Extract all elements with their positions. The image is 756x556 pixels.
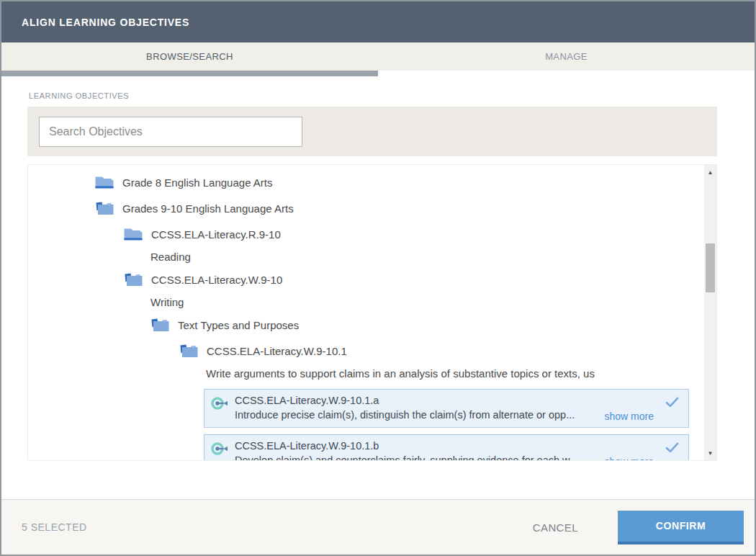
tree-text-label: Writing xyxy=(150,296,184,308)
selected-check-icon xyxy=(665,397,679,408)
tree-text-row: Reading xyxy=(28,247,704,266)
tree-text-label: Reading xyxy=(150,251,191,263)
folder-label: Grades 9-10 English Language Arts xyxy=(122,202,294,215)
objective-card[interactable]: CCSS.ELA-Literacy.W.9-10.1.bDevelop clai… xyxy=(204,434,689,460)
confirm-button[interactable]: CONFIRM xyxy=(618,511,744,544)
selected-check-icon xyxy=(665,442,679,453)
tab-manage-label: MANAGE xyxy=(545,51,588,62)
objective-target-icon xyxy=(211,396,230,411)
folder-closed-icon xyxy=(124,227,143,242)
tree-scrollbar[interactable]: ▲ ▼ xyxy=(704,165,716,460)
objective-texts: CCSS.ELA-Literacy.W.9-10.1.aIntroduce pr… xyxy=(235,395,575,421)
tree-text-row: Writing xyxy=(28,292,704,312)
scrollbar-thumb[interactable] xyxy=(706,243,715,292)
tree-folder-row[interactable]: Grade 8 English Language Arts xyxy=(28,169,704,195)
tab-bar: BROWSE/SEARCH MANAGE xyxy=(1,42,755,71)
folder-closed-icon xyxy=(95,175,114,190)
align-learning-objectives-dialog: ALIGN LEARNING OBJECTIVES BROWSE/SEARCH … xyxy=(0,0,756,556)
objective-description: Develop claim(s) and counterclaims fairl… xyxy=(235,454,578,460)
show-more-link[interactable]: show more xyxy=(605,411,654,422)
folder-open-icon xyxy=(95,201,114,216)
folder-open-icon xyxy=(124,272,143,287)
tree-text-row: Write arguments to support claims in an … xyxy=(28,364,704,383)
objective-code: CCSS.ELA-Literacy.W.9-10.1.b xyxy=(235,440,578,452)
selected-count: 5 SELECTED xyxy=(22,521,87,533)
search-objectives-input[interactable] xyxy=(39,117,302,147)
tree-text-label: Write arguments to support claims in an … xyxy=(206,367,595,380)
scroll-down-arrow-icon[interactable]: ▼ xyxy=(704,447,716,459)
folder-label: CCSS.ELA-Literacy.W.9-10.1 xyxy=(207,345,347,357)
dialog-header: ALIGN LEARNING OBJECTIVES xyxy=(1,1,755,42)
tree-folder-row[interactable]: CCSS.ELA-Literacy.W.9-10.1 xyxy=(28,338,704,364)
tree-folder-row[interactable]: Text Types and Purposes xyxy=(28,312,704,338)
tab-indicator-row xyxy=(1,71,755,76)
active-tab-indicator xyxy=(1,71,378,76)
scroll-up-arrow-icon[interactable]: ▲ xyxy=(704,166,716,178)
objectives-tree: Grade 8 English Language ArtsGrades 9-10… xyxy=(28,165,704,460)
dialog-title: ALIGN LEARNING OBJECTIVES xyxy=(22,17,189,28)
tree-folder-row[interactable]: CCSS.ELA-Literacy.W.9-10 xyxy=(28,266,704,292)
tree-folder-row[interactable]: Grades 9-10 English Language Arts xyxy=(28,195,704,221)
objective-texts: CCSS.ELA-Literacy.W.9-10.1.bDevelop clai… xyxy=(235,440,578,460)
objective-card[interactable]: CCSS.ELA-Literacy.W.9-10.1.aIntroduce pr… xyxy=(204,389,689,428)
learning-objectives-label: LEARNING OBJECTIVES xyxy=(29,91,755,100)
tab-browse-search-label: BROWSE/SEARCH xyxy=(146,51,233,62)
folder-open-icon xyxy=(179,344,198,359)
folder-label: Text Types and Purposes xyxy=(178,319,299,331)
objective-target-icon xyxy=(211,441,230,456)
search-panel xyxy=(27,107,717,156)
tree-folder-row[interactable]: CCSS.ELA-Literacy.R.9-10 xyxy=(28,221,704,247)
objective-description: Introduce precise claim(s), distinguish … xyxy=(235,409,575,421)
show-more-link[interactable]: show more xyxy=(605,456,654,460)
objective-code: CCSS.ELA-Literacy.W.9-10.1.a xyxy=(235,395,575,406)
folder-open-icon xyxy=(150,318,169,333)
tab-browse-search[interactable]: BROWSE/SEARCH xyxy=(1,42,378,71)
dialog-footer: 5 SELECTED CANCEL CONFIRM xyxy=(1,499,755,555)
folder-label: CCSS.ELA-Literacy.W.9-10 xyxy=(151,274,282,286)
folder-label: CCSS.ELA-Literacy.R.9-10 xyxy=(151,228,281,241)
folder-label: Grade 8 English Language Arts xyxy=(122,176,272,189)
objectives-tree-container: Grade 8 English Language ArtsGrades 9-10… xyxy=(27,164,717,461)
cancel-button[interactable]: CANCEL xyxy=(533,521,578,534)
tab-manage[interactable]: MANAGE xyxy=(378,42,755,71)
